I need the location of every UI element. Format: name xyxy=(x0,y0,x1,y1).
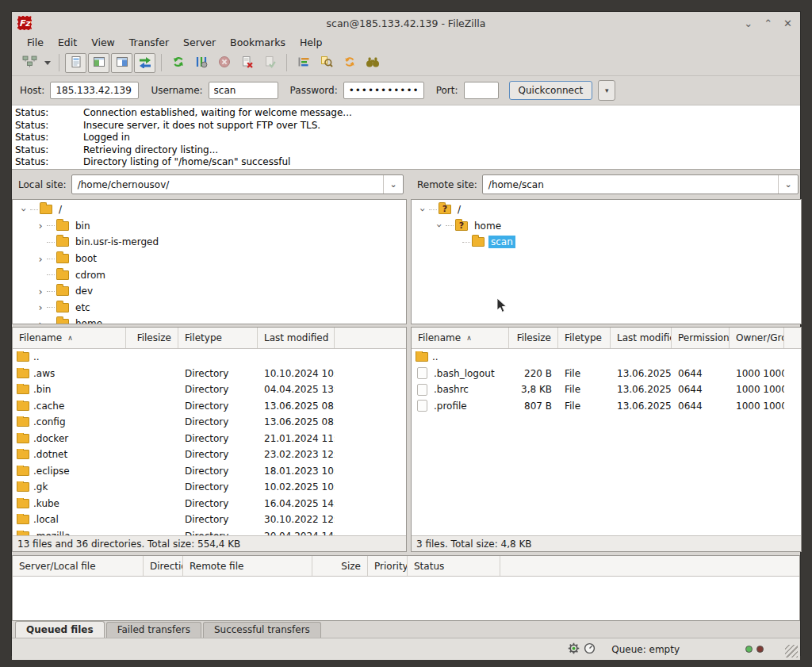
file-row[interactable]: .dockerDirectory21.01.2024 11:... xyxy=(13,431,406,447)
host-input[interactable] xyxy=(50,82,139,99)
toggle-message-log-button[interactable] xyxy=(65,53,86,73)
file-row[interactable]: .bashrc3,8 KBFile13.06.2025 ...06441000 … xyxy=(412,381,801,398)
chevron-down-icon[interactable]: ⌄ xyxy=(383,175,403,194)
cell-name: .. xyxy=(13,351,126,362)
tree-item-boot[interactable]: ›boot xyxy=(13,251,406,267)
tree-expander-icon[interactable]: › xyxy=(435,220,445,232)
local-site-combobox[interactable]: /home/chernousov/ ⌄ xyxy=(71,174,404,194)
tree-expander-icon[interactable]: › xyxy=(34,319,47,324)
title-bar[interactable]: Fz scan@185.133.42.139 - FileZilla ⌄ ⌃ ✕ xyxy=(12,12,800,34)
file-row[interactable]: .mozillaDirectory20.04.2024 14:... xyxy=(13,528,406,536)
tree-item-root[interactable]: ›/ xyxy=(13,201,406,218)
file-row[interactable]: .profile807 BFile13.06.2025 ...06441000 … xyxy=(412,398,801,415)
tree-item-bin[interactable]: ›bin xyxy=(13,218,406,235)
file-row[interactable]: .kubeDirectory16.04.2025 14:... xyxy=(13,496,406,512)
column-header-remote-file[interactable]: Remote file xyxy=(183,556,312,576)
site-manager-button[interactable] xyxy=(19,53,40,73)
menu-bookmarks[interactable]: Bookmarks xyxy=(223,35,293,50)
tree-guide-line xyxy=(429,209,437,210)
port-input[interactable] xyxy=(464,82,499,99)
column-header-last-modified[interactable]: Last modified xyxy=(611,328,672,348)
file-row[interactable]: .binDirectory04.04.2025 13:... xyxy=(13,381,406,398)
toggle-local-tree-button[interactable] xyxy=(88,53,109,73)
column-header-direction[interactable]: Direction xyxy=(144,556,183,576)
menu-edit[interactable]: Edit xyxy=(51,35,84,50)
file-row[interactable]: .. xyxy=(13,349,406,366)
menu-help[interactable]: Help xyxy=(293,35,330,50)
tree-item-scan[interactable]: scan xyxy=(412,234,801,251)
menu-file[interactable]: File xyxy=(20,35,51,50)
tree-expander-icon[interactable]: › xyxy=(418,203,428,216)
tree-item-bin.usr-is-merged[interactable]: bin.usr-is-merged xyxy=(13,234,406,251)
column-header-server-local-file[interactable]: Server/Local file xyxy=(13,556,144,576)
cell-name: .gk xyxy=(13,481,126,493)
speed-limits-gear-icon[interactable] xyxy=(568,642,580,657)
column-header-filesize[interactable]: Filesize xyxy=(509,328,558,348)
column-header-owner-group[interactable]: Owner/Group xyxy=(730,328,784,348)
file-row[interactable]: .dotnetDirectory23.02.2023 12:... xyxy=(13,447,406,463)
column-header-permissions[interactable]: Permissions xyxy=(672,328,730,348)
tree-expander-icon[interactable]: › xyxy=(34,254,47,264)
tree-item-home[interactable]: ›home xyxy=(412,218,801,235)
file-row[interactable]: .localDirectory30.10.2022 12:... xyxy=(13,512,406,528)
menu-server[interactable]: Server xyxy=(176,35,223,50)
column-header-filetype[interactable]: Filetype xyxy=(178,328,258,348)
tree-item-dev[interactable]: ›dev xyxy=(13,283,406,300)
file-icon xyxy=(417,400,427,412)
minimize-button[interactable]: ⌄ xyxy=(744,18,753,29)
folder-icon xyxy=(17,466,29,476)
filename-label: .bin xyxy=(33,384,51,395)
tree-expander-icon[interactable]: › xyxy=(34,220,47,231)
file-row[interactable]: .gkDirectory10.02.2025 10:... xyxy=(13,479,406,496)
tree-expander-icon[interactable]: › xyxy=(34,302,47,312)
disconnect-button[interactable] xyxy=(236,53,258,73)
file-row[interactable]: .awsDirectory10.10.2024 10:... xyxy=(13,366,406,382)
gauge-icon[interactable] xyxy=(584,642,596,657)
find-files-button[interactable] xyxy=(362,53,383,73)
column-header-filesize[interactable]: Filesize xyxy=(126,328,178,348)
column-header-size[interactable]: Size xyxy=(312,556,368,576)
tree-expander-icon[interactable]: › xyxy=(19,203,29,216)
synchronized-browsing-button[interactable] xyxy=(339,53,360,73)
password-input[interactable] xyxy=(343,82,424,99)
column-header-filetype[interactable]: Filetype xyxy=(558,328,611,348)
tree-expander-icon[interactable]: › xyxy=(34,286,47,297)
column-header-status[interactable]: Status xyxy=(408,556,500,576)
folder-icon xyxy=(17,369,29,378)
username-input[interactable] xyxy=(209,82,278,99)
file-row[interactable]: .configDirectory13.06.2025 08:... xyxy=(13,414,406,431)
menu-transfer[interactable]: Transfer xyxy=(122,35,176,50)
tab-failed-transfers[interactable]: Failed transfers xyxy=(106,622,201,638)
tree-item-root[interactable]: ›/ xyxy=(412,201,801,218)
quickconnect-button[interactable]: Quickconnect xyxy=(509,81,593,100)
directory-listing-filters-button[interactable] xyxy=(293,53,314,73)
menu-view[interactable]: View xyxy=(84,35,122,50)
file-row[interactable]: .. xyxy=(412,349,801,366)
directory-comparison-button[interactable] xyxy=(316,53,337,73)
toggle-remote-tree-button[interactable] xyxy=(111,53,132,73)
file-row[interactable]: .bash_logout220 BFile13.06.2025 ...06441… xyxy=(412,366,801,382)
tree-item-label: cdrom xyxy=(73,269,108,282)
column-header-filename[interactable]: Filename∧ xyxy=(13,328,126,348)
tab-successful-transfers[interactable]: Successful transfers xyxy=(203,622,321,638)
refresh-button[interactable] xyxy=(167,53,189,73)
column-header-filename[interactable]: Filename∧ xyxy=(412,328,509,348)
toggle-transfer-queue-button[interactable] xyxy=(134,53,155,73)
tab-queued-files[interactable]: Queued files xyxy=(15,621,105,638)
maximize-button[interactable]: ⌃ xyxy=(764,18,772,29)
quickconnect-dropdown-button[interactable]: ▾ xyxy=(598,80,615,101)
file-row[interactable]: .eclipseDirectory18.01.2023 10:... xyxy=(13,463,406,480)
tree-item-cdrom[interactable]: cdrom xyxy=(13,266,406,283)
close-button[interactable]: ✕ xyxy=(783,18,792,29)
resize-grip[interactable] xyxy=(785,645,798,657)
site-manager-dropdown-button[interactable] xyxy=(41,53,54,73)
tree-item-home[interactable]: ›home xyxy=(13,316,406,324)
chevron-down-icon[interactable]: ⌄ xyxy=(778,175,798,194)
process-queue-button[interactable] xyxy=(190,53,212,73)
column-header-priority[interactable]: Priority xyxy=(368,556,408,576)
file-row[interactable]: .cacheDirectory13.06.2025 08:... xyxy=(13,398,406,415)
remote-site-combobox[interactable]: /home/scan ⌄ xyxy=(482,174,799,194)
cell-size: 807 B xyxy=(509,401,558,412)
tree-item-etc[interactable]: ›etc xyxy=(13,300,406,316)
column-header-last-modified[interactable]: Last modified xyxy=(258,328,335,348)
